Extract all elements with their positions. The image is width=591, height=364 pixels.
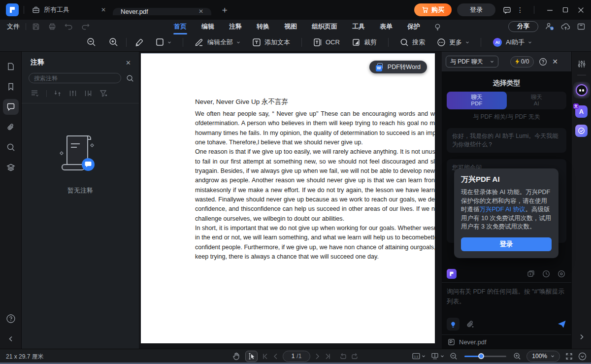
pdf-page[interactable]: Never, Never Give Up 永不言弃 We often hear … (141, 53, 435, 343)
tab-protect[interactable]: 保护 (406, 20, 421, 33)
app-logo-icon[interactable] (6, 3, 19, 16)
zoom-slider[interactable] (464, 356, 506, 357)
share-button[interactable]: 分享 (508, 21, 538, 32)
next-page-icon[interactable] (315, 353, 320, 360)
zoom-level-dropdown[interactable]: 100% (526, 351, 560, 362)
zoom-in-icon[interactable] (513, 352, 521, 360)
hand-tool-icon[interactable] (232, 352, 241, 361)
proofread-icon[interactable] (575, 125, 588, 137)
add-text-button[interactable]: 添加文本 (249, 38, 294, 47)
menu-file[interactable]: 文件 (7, 22, 20, 31)
search-button[interactable]: 搜索 (396, 38, 428, 47)
cloud-upload-icon[interactable] (561, 23, 570, 31)
tab-form[interactable]: 表单 (379, 20, 394, 33)
new-chat-icon[interactable] (527, 270, 535, 278)
chat-mode-dropdown[interactable]: 与 PDF 聊天 (446, 56, 498, 67)
ai-assistant-button[interactable]: AI AI助手 (489, 37, 535, 47)
tab-convert[interactable]: 转换 (256, 20, 270, 33)
popup-login-button[interactable]: 登录 (461, 237, 552, 251)
translate-icon[interactable]: 文A (575, 105, 588, 118)
thumbnails-panel-icon[interactable] (3, 59, 19, 74)
context-file-row[interactable]: Never.pdf (442, 334, 571, 349)
tab-home[interactable]: 首页 (173, 20, 188, 33)
prev-page-icon[interactable] (273, 353, 278, 360)
ocr-button[interactable]: OCR (310, 38, 343, 47)
author-group-icon[interactable] (84, 90, 92, 97)
pdf-to-word-button[interactable]: W PDF转Word (369, 61, 427, 73)
tab-comment[interactable]: 注释 (228, 20, 243, 33)
minimize-icon[interactable] (547, 7, 553, 13)
fullscreen-icon[interactable] (565, 353, 573, 360)
help-icon[interactable] (3, 311, 19, 327)
filter-icon[interactable] (99, 90, 107, 97)
collapse-ai-panel-icon[interactable] (579, 334, 584, 340)
more-button[interactable]: 更多 (433, 38, 473, 47)
idea-lamp-icon[interactable] (434, 23, 441, 31)
feedback-icon[interactable] (503, 6, 511, 14)
prompt-tips-button[interactable] (447, 318, 460, 331)
chat-pdf-tab[interactable]: 聊天 PDF (447, 92, 507, 109)
more-menu-icon[interactable]: ⋮ (517, 6, 524, 14)
attach-file-icon[interactable] (466, 320, 475, 329)
attachments-panel-icon[interactable] (3, 119, 19, 135)
close-window-icon[interactable] (578, 7, 584, 13)
buy-button[interactable]: 购买 (414, 3, 452, 16)
zoom-slider-knob[interactable] (478, 353, 484, 359)
chat-ai-tab[interactable]: 聊天 AI (507, 92, 567, 109)
zoom-in-icon[interactable] (109, 37, 118, 47)
search-panel-icon[interactable] (3, 139, 19, 155)
ai-chat-icon[interactable] (573, 82, 590, 99)
help-circle-icon[interactable] (539, 58, 547, 66)
properties-icon[interactable] (577, 60, 586, 68)
page-number-input[interactable]: 1 /1 (283, 351, 310, 362)
page-group-icon[interactable] (69, 90, 77, 97)
new-tab-button[interactable]: ＋ (220, 4, 229, 16)
undo-icon[interactable] (65, 23, 73, 30)
tab-all-tools[interactable]: 所有工具 ✕ (29, 5, 109, 14)
save-icon[interactable] (32, 23, 40, 31)
send-icon[interactable] (558, 320, 566, 329)
collapse-sidebar-icon[interactable] (3, 331, 19, 347)
shape-tool[interactable] (152, 38, 175, 46)
collaborate-icon[interactable]: 0 (545, 22, 554, 31)
actual-size-button[interactable]: 1:1 (412, 353, 426, 360)
comment-list-icon[interactable] (31, 90, 39, 97)
tab-view[interactable]: 视图 (283, 20, 298, 33)
redo-icon[interactable] (81, 23, 90, 30)
tab-organize[interactable]: 组织页面 (311, 20, 338, 33)
tab-edit[interactable]: 编辑 (200, 20, 215, 33)
search-comments-input[interactable] (29, 73, 121, 83)
print-icon[interactable] (48, 23, 56, 31)
settings-icon[interactable] (558, 270, 565, 278)
rotate-left-icon[interactable] (339, 353, 347, 360)
comments-panel-icon[interactable] (3, 99, 19, 115)
ai-agreement-link[interactable]: 万兴PDF AI 协议 (480, 206, 525, 213)
select-tool-button[interactable] (245, 351, 258, 362)
highlighter-icon[interactable] (134, 37, 144, 47)
document-canvas[interactable]: Never, Never Give Up 永不言弃 We often hear … (139, 52, 442, 349)
chat-input-placeholder[interactable]: 询问有关 PDF 的任何问题。按 "#"唤醒提示列表。 (447, 287, 566, 306)
panel-toggle-icon[interactable] (577, 23, 585, 31)
collapse-statusbar-icon[interactable] (578, 352, 587, 361)
close-tab-icon[interactable]: ✕ (101, 6, 106, 13)
layers-panel-icon[interactable] (3, 160, 19, 175)
search-icon[interactable] (126, 74, 134, 82)
history-icon[interactable] (542, 270, 550, 278)
maximize-icon[interactable] (562, 7, 568, 13)
close-panel-icon[interactable]: ✕ (126, 59, 131, 66)
close-tab-icon[interactable]: ✕ (198, 8, 203, 15)
sort-order-icon[interactable] (54, 90, 62, 97)
last-page-icon[interactable] (325, 353, 331, 360)
rotate-right-icon[interactable] (351, 353, 359, 360)
page-layout-button[interactable] (431, 353, 444, 360)
zoom-out-icon[interactable] (87, 37, 96, 47)
edit-all-button[interactable]: 编辑全部 (191, 37, 244, 47)
tab-tools[interactable]: 工具 (351, 20, 366, 33)
zoom-out-icon[interactable] (450, 352, 458, 360)
crop-button[interactable]: 裁剪 (348, 38, 380, 47)
login-button[interactable]: 登录 (457, 3, 495, 16)
first-page-icon[interactable] (262, 353, 268, 360)
tab-document-active[interactable]: Never.pdf ✕ (113, 8, 211, 15)
close-ai-panel-icon[interactable]: ✕ (552, 58, 558, 66)
bookmarks-panel-icon[interactable] (3, 79, 19, 95)
